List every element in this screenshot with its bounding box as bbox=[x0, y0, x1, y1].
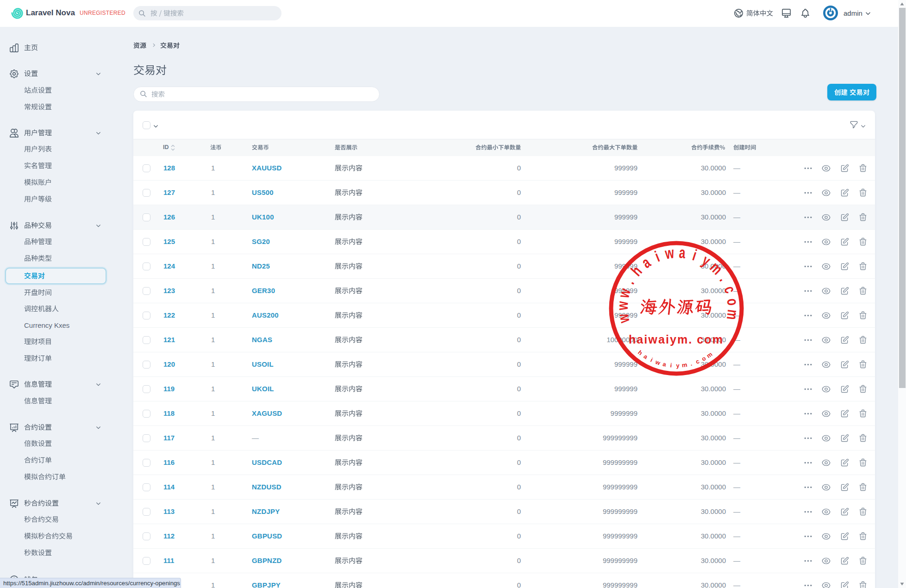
svg-text:a: a bbox=[642, 353, 649, 361]
svg-text:i: i bbox=[649, 357, 654, 363]
svg-text:m: m bbox=[681, 361, 687, 369]
svg-text:i: i bbox=[690, 246, 699, 264]
svg-text:c: c bbox=[721, 283, 739, 295]
svg-text:.: . bbox=[689, 360, 693, 367]
svg-text:w: w bbox=[663, 244, 675, 263]
svg-text:i: i bbox=[652, 248, 662, 265]
svg-text:w: w bbox=[614, 286, 634, 300]
svg-text:m: m bbox=[705, 350, 713, 359]
svg-text:.: . bbox=[716, 272, 733, 284]
svg-text:w: w bbox=[613, 312, 632, 325]
svg-text:i: i bbox=[670, 362, 672, 369]
svg-text:a: a bbox=[662, 361, 667, 368]
svg-text:.: . bbox=[620, 275, 637, 287]
svg-text:y: y bbox=[676, 362, 680, 369]
svg-text:w: w bbox=[613, 300, 631, 311]
svg-text:w: w bbox=[654, 358, 661, 367]
svg-text:h: h bbox=[627, 263, 645, 279]
svg-text:o: o bbox=[700, 355, 706, 363]
svg-text:o: o bbox=[724, 298, 742, 307]
svg-text:a: a bbox=[638, 253, 653, 271]
svg-text:h: h bbox=[637, 349, 644, 357]
svg-text:haiwaiym. com: haiwaiym. com bbox=[628, 333, 723, 346]
svg-text:m: m bbox=[724, 309, 742, 321]
svg-text:c: c bbox=[694, 357, 700, 365]
svg-text:a: a bbox=[678, 244, 686, 262]
